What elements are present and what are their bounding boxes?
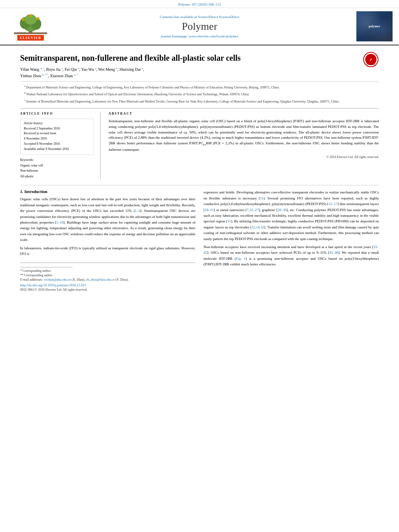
polymer-cover-text: polymer (369, 25, 380, 28)
intro-paragraph-2: In laboratories, indium-tin-oxide (ITO) … (20, 245, 195, 257)
ref-18-21[interactable]: 18–21 (205, 208, 214, 212)
elsevier-tree-icon: ELSEVIER (12, 12, 49, 34)
available-date: Available online 9 November 2016 (24, 147, 90, 152)
history-title: Article history: (24, 121, 90, 125)
ref-31[interactable]: 31 (227, 219, 231, 223)
keyword-3: All-plastic (20, 174, 94, 179)
footer-note-2: ** Corresponding author. (20, 273, 195, 277)
main-body-section: 1. Introduction Organic solar cells (OSC… (20, 185, 379, 292)
ref-11[interactable]: 11 (260, 196, 263, 200)
elsevier-brand-text: ELSEVIER (17, 35, 44, 41)
header-section: ELSEVIER ELSEVIER Contents lists availab… (0, 8, 399, 45)
received-revised-label: Received in revised form (24, 131, 90, 136)
keyword-2: Non-fullerene (20, 168, 94, 174)
ref-28-30[interactable]: 28–30 (278, 208, 287, 212)
email-1-link[interactable]: xwzhan@pku.edu.cn (44, 278, 72, 281)
ref-33-42[interactable]: 33–42 (204, 245, 379, 255)
body-left-column: 1. Introduction Organic solar cells (OSC… (20, 189, 195, 292)
svg-point-6 (37, 17, 39, 20)
ref-43-46[interactable]: 43–46 (329, 251, 339, 255)
intro-paragraph-1: Organic solar cells (OSCs) have drawn lo… (20, 196, 195, 242)
footer-note-1: * Corresponding author. (20, 269, 195, 273)
article-content: ✓ CrossMark Semitransparent, non-fullere… (0, 45, 399, 300)
revised-date: 4 November 2016 (24, 136, 90, 142)
journal-homepage: journal homepage: www.elsevier.com/locat… (63, 34, 336, 38)
ref-7-22-27[interactable]: 7,22–27 (247, 208, 259, 212)
affil-c: c Institute of Biomedical Materials and … (24, 98, 379, 104)
article-title: Semitransparent, non-fullerene and flexi… (20, 49, 379, 63)
keywords-label: Keywords: (20, 158, 94, 162)
crossmark-icon: ✓ CrossMark (363, 51, 379, 68)
ref-12-17[interactable]: 12–17 (329, 202, 338, 206)
received-date: Received 2 September 2016 (24, 126, 90, 131)
right-paragraph-2: Non-fullerene acceptors have received in… (204, 244, 379, 267)
affil-b: b Wuhan National Laboratory for Optoelec… (24, 91, 379, 97)
journal-homepage-link[interactable]: www.elsevier.com/locate/polymer (189, 34, 238, 38)
svg-text:ELSEVIER: ELSEVIER (17, 32, 26, 34)
email-2-link[interactable]: yh_zhou@hust.edu.cn (86, 278, 115, 281)
keywords-section: Keywords: Organic solar cell Non-fullere… (20, 158, 94, 179)
header-center: Contents lists available at ScienceDirec… (55, 15, 344, 38)
svg-point-5 (22, 18, 25, 21)
fig-1-link[interactable]: Fig. 1 (236, 257, 246, 261)
svg-point-7 (29, 14, 32, 17)
polymer-cover-image: polymer (356, 11, 393, 41)
intro-title: 1. Introduction (20, 189, 195, 194)
ref-12-14-32[interactable]: 12,14,32 (251, 225, 264, 229)
page-wrapper: Polymer 107 (2016) 108–112 ELSEVIER ELSE… (0, 0, 399, 532)
title-section: ✓ CrossMark Semitransparent, non-fullere… (20, 49, 379, 63)
ref-5-10[interactable]: 5–10 (56, 220, 64, 224)
article-info-label: ARTICLE INFO (20, 112, 94, 115)
ref-1-4[interactable]: 1–4 (135, 209, 140, 213)
article-info-abstract-section: ARTICLE INFO Article history: Received 2… (20, 108, 379, 179)
crossmark-badge[interactable]: ✓ CrossMark (363, 51, 379, 68)
elsevier-logo: ELSEVIER ELSEVIER (6, 12, 55, 41)
article-footer: * Corresponding author. ** Corresponding… (20, 263, 195, 292)
article-history: Article history: Received 2 September 20… (20, 119, 94, 155)
svg-text:CrossMark: CrossMark (366, 64, 376, 66)
footer-issn: 0032-3861/© 2016 Elsevier Ltd. All right… (20, 288, 195, 292)
right-paragraph-1: expensive and brittle. Developing altern… (204, 189, 379, 242)
article-info-column: ARTICLE INFO Article history: Received 2… (20, 112, 101, 179)
abstract-column: ABSTRACT Semitransparent, non-fullerene … (109, 112, 379, 179)
journal-title: Polymer (63, 21, 336, 33)
body-right-column: expensive and brittle. Developing altern… (204, 189, 379, 292)
affiliations-section: a Department of Materials Science and En… (20, 81, 379, 104)
footer-divider (20, 267, 73, 267)
footer-email-line: E-mail addresses: xwzhan@pku.edu.cn (X. … (20, 278, 195, 281)
keyword-1: Organic solar cell (20, 163, 94, 168)
accepted-date: Accepted 8 November 2016 (24, 142, 90, 147)
journal-reference-bar: Polymer 107 (2016) 108–112 (0, 0, 399, 8)
journal-reference: Polymer 107 (2016) 108–112 (178, 2, 221, 6)
abstract-text: Semitransparent, non-fullerene and flexi… (109, 119, 379, 153)
doi-link[interactable]: http://dx.doi.org/10.1016/j.polymer.2016… (20, 283, 86, 287)
header-right-logo: polymer (344, 11, 393, 41)
footer-doi[interactable]: http://dx.doi.org/10.1016/j.polymer.2016… (20, 283, 195, 287)
sciencedirect-link[interactable]: Contents lists available at ScienceDirec… (63, 15, 336, 19)
affil-a: a Department of Materials Science and En… (24, 84, 379, 90)
abstract-label: ABSTRACT (109, 112, 379, 115)
copyright-line: © 2016 Elsevier Ltd. All rights reserved… (109, 155, 379, 159)
svg-text:✓: ✓ (369, 58, 372, 62)
authors-line: Yifan Wang a, c, Boyu Jia a, Fei Qin b, … (20, 66, 379, 80)
